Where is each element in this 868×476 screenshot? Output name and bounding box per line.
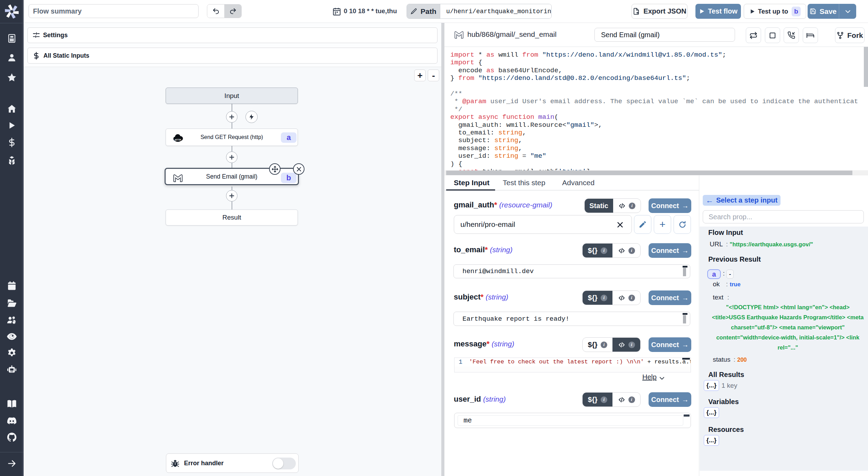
svg-text:HTTP: HTTP	[175, 139, 181, 141]
